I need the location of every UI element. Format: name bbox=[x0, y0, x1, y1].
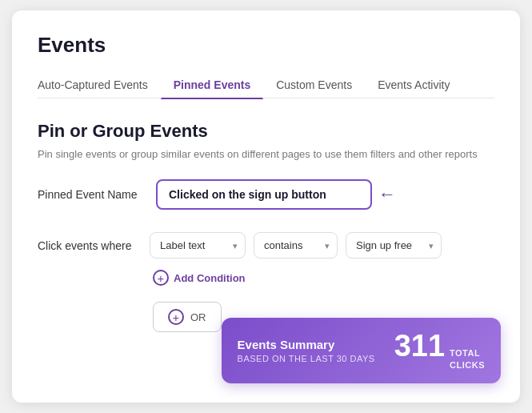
add-condition-label: Add Condition bbox=[174, 272, 246, 284]
section-description: Pin single events or group similar event… bbox=[38, 148, 494, 160]
main-card: Events Auto-Captured Events Pinned Event… bbox=[12, 10, 520, 403]
events-summary-count: 311 TOTALCLICKS bbox=[394, 331, 485, 371]
label-text-select[interactable]: Label text URL Element ID bbox=[150, 232, 246, 259]
tab-bar: Auto-Captured Events Pinned Events Custo… bbox=[38, 72, 494, 98]
tab-events-activity[interactable]: Events Activity bbox=[365, 72, 462, 98]
or-label: OR bbox=[190, 311, 206, 323]
or-plus-icon: + bbox=[168, 309, 184, 325]
pinned-input-wrapper: ← bbox=[156, 179, 372, 210]
events-summary-box: Events Summary BASED ON THE LAST 30 DAYS… bbox=[222, 318, 501, 383]
section-title: Pin or Group Events bbox=[38, 121, 494, 142]
condition-label: Click events where bbox=[38, 239, 142, 252]
events-count-label: TOTALCLICKS bbox=[450, 347, 485, 371]
value-select-wrapper: Sign up free Sign up Free trial bbox=[346, 232, 442, 259]
pinned-event-input[interactable] bbox=[156, 179, 372, 210]
condition-row: Click events where Label text URL Elemen… bbox=[38, 232, 494, 259]
add-condition-row: + Add Condition bbox=[153, 270, 494, 286]
value-select[interactable]: Sign up free Sign up Free trial bbox=[346, 232, 442, 259]
events-summary-text: Events Summary BASED ON THE LAST 30 DAYS bbox=[238, 338, 375, 363]
operator-select-wrapper: contains equals starts with ends with bbox=[254, 232, 338, 259]
tab-pinned-events[interactable]: Pinned Events bbox=[161, 72, 263, 98]
pinned-event-row: Pinned Event Name ← bbox=[38, 179, 494, 210]
page-title: Events bbox=[38, 33, 494, 58]
events-summary-title: Events Summary bbox=[238, 338, 375, 351]
add-condition-plus-icon: + bbox=[153, 270, 169, 286]
tab-auto-captured[interactable]: Auto-Captured Events bbox=[38, 72, 161, 98]
events-count-number: 311 bbox=[394, 331, 445, 361]
operator-select[interactable]: contains equals starts with ends with bbox=[254, 232, 338, 259]
pinned-event-label: Pinned Event Name bbox=[38, 188, 142, 201]
label-text-select-wrapper: Label text URL Element ID bbox=[150, 232, 246, 259]
add-condition-button[interactable]: + Add Condition bbox=[153, 270, 246, 286]
or-button[interactable]: + OR bbox=[153, 302, 222, 332]
arrow-indicator-icon: ← bbox=[378, 184, 396, 205]
tab-custom-events[interactable]: Custom Events bbox=[263, 72, 365, 98]
events-summary-subtitle: BASED ON THE LAST 30 DAYS bbox=[238, 354, 375, 363]
